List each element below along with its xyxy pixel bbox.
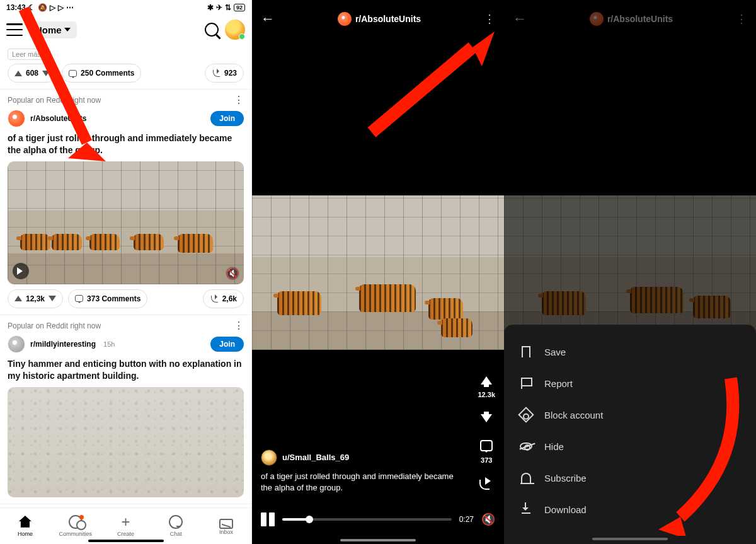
downvote-button[interactable] <box>478 410 495 426</box>
plus-icon: + <box>118 515 132 529</box>
read-more-link[interactable]: Leer más > <box>8 49 51 60</box>
nav-inbox[interactable]: Inbox <box>201 508 251 544</box>
share-button[interactable] <box>478 475 495 492</box>
feed-selector-label: Home <box>35 25 62 35</box>
share-count: 923 <box>224 69 237 78</box>
search-button[interactable] <box>205 23 219 37</box>
bell-icon <box>521 473 531 483</box>
panel-feed: 13:43 ☾ 🔕 ▷ ▷ ⋯ ✱ ✈ ⇅ 92 Home Leer más > <box>0 0 252 544</box>
profile-avatar[interactable] <box>225 20 245 40</box>
video-caption: u/Small_Balls_69 of a tiger just rolled … <box>261 449 460 494</box>
menu-block[interactable]: Block account <box>504 399 756 431</box>
time-remaining: 0:27 <box>459 515 474 524</box>
back-button[interactable]: ← <box>261 11 275 27</box>
inbox-icon <box>219 519 233 529</box>
downvote-icon[interactable] <box>49 296 56 301</box>
subreddit-name[interactable]: r/AbsoluteUnits <box>30 114 86 123</box>
section-label: Popular on Reddit right now ⋮ <box>0 90 251 107</box>
author-link[interactable]: u/Small_Balls_69 <box>261 449 460 466</box>
post-tigers[interactable]: r/AbsoluteUnits Join of a tiger just rol… <box>0 107 251 315</box>
nav-home[interactable]: Home <box>0 508 50 544</box>
overflow-menu-button[interactable]: ⋮ <box>484 18 495 21</box>
media-play-icon: ▷ <box>58 3 64 12</box>
upvote-icon[interactable] <box>14 296 22 301</box>
nav-communities[interactable]: Communities <box>50 508 101 544</box>
subreddit-link[interactable]: r/AbsoluteUnits <box>338 12 421 26</box>
downvote-icon[interactable] <box>42 71 50 76</box>
airplane-icon: ✈ <box>216 3 222 12</box>
seek-bar[interactable] <box>282 518 452 521</box>
share-icon <box>210 295 219 303</box>
menu-label: Hide <box>544 441 564 452</box>
comment-icon <box>69 70 77 77</box>
comment-count: 373 Comments <box>87 294 140 303</box>
nav-chat[interactable]: Chat <box>151 508 201 544</box>
subreddit-icon <box>590 12 604 26</box>
mute-button[interactable]: 🔇 <box>481 512 495 526</box>
comment-count: 250 Comments <box>81 69 134 78</box>
play-icon[interactable] <box>13 263 29 279</box>
nav-label: Inbox <box>219 529 233 535</box>
post-image[interactable] <box>8 387 244 497</box>
section-label-text: Popular on Reddit right now <box>8 321 101 330</box>
dnd-icon: ☾ <box>28 3 35 12</box>
join-button[interactable]: Join <box>210 111 244 126</box>
subreddit-icon[interactable] <box>8 335 25 353</box>
menu-save[interactable]: Save <box>504 336 756 367</box>
menu-report[interactable]: Report <box>504 367 756 399</box>
upvote-count: 12,3k <box>26 294 45 303</box>
pause-button[interactable] <box>261 512 275 526</box>
feed-selector[interactable]: Home <box>29 21 77 38</box>
flag-icon <box>521 378 531 389</box>
subreddit-name: r/AbsoluteUnits <box>607 14 673 24</box>
overflow-menu-button[interactable]: ⋮ <box>736 18 747 21</box>
video-player[interactable] <box>252 195 504 350</box>
status-time: 13:43 <box>6 3 26 12</box>
upvote-button[interactable]: 12.3k <box>478 372 495 398</box>
vote-pill[interactable]: 12,3k <box>8 289 63 308</box>
section-overflow[interactable]: ⋮ <box>234 325 244 327</box>
back-button[interactable]: ← <box>513 11 527 27</box>
subreddit-link: r/AbsoluteUnits <box>590 12 673 26</box>
post-hammer[interactable]: r/mildlyinteresting 15h Join Tiny hammer… <box>0 333 251 504</box>
menu-label: Block account <box>544 410 603 420</box>
upvote-icon[interactable] <box>14 71 22 76</box>
nav-label: Home <box>18 531 33 537</box>
muted-icon[interactable]: 🔇 <box>226 267 239 279</box>
fullscreen-topbar: ← r/AbsoluteUnits ⋮ <box>252 0 504 38</box>
upvote-count: 608 <box>26 69 38 78</box>
gesture-bar <box>340 539 416 541</box>
vote-pill[interactable]: 608 <box>8 64 57 83</box>
comments-pill[interactable]: 250 Comments <box>62 64 141 83</box>
comment-icon <box>75 295 83 302</box>
notification-dot <box>79 515 84 519</box>
bottom-nav: Home Communities + Create Chat Inbox <box>0 507 251 544</box>
section-overflow[interactable]: ⋮ <box>234 99 244 101</box>
author-avatar <box>261 449 277 466</box>
upvote-count: 12.3k <box>478 391 495 398</box>
menu-subscribe[interactable]: Subscribe <box>504 462 756 494</box>
menu-label: Save <box>544 347 566 357</box>
video-controls: 0:27 🔇 <box>261 512 495 526</box>
join-button[interactable]: Join <box>210 337 244 352</box>
panel-overflow-menu: ← r/AbsoluteUnits ⋮ Save Report Block ac… <box>504 0 756 544</box>
menu-download[interactable]: Download <box>504 494 756 525</box>
section-label: Popular on Reddit right now ⋮ <box>0 315 251 333</box>
chat-icon <box>169 515 183 529</box>
menu-button[interactable] <box>6 23 23 36</box>
battery-level: 92 <box>234 4 245 11</box>
bluetooth-icon: ✱ <box>207 3 214 12</box>
menu-hide[interactable]: Hide <box>504 431 756 462</box>
post-video-thumbnail[interactable]: 🔇 <box>8 161 244 284</box>
wifi-icon: ⇅ <box>225 3 231 12</box>
upvote-icon <box>481 376 492 385</box>
comments-button[interactable]: 373 <box>478 437 495 464</box>
menu-label: Subscribe <box>544 473 587 483</box>
nav-create[interactable]: + Create <box>101 508 151 544</box>
mute-icon: 🔕 <box>38 3 47 12</box>
subreddit-icon[interactable] <box>8 110 25 127</box>
subreddit-name[interactable]: r/mildlyinteresting <box>30 340 96 349</box>
comments-pill[interactable]: 373 Comments <box>68 289 147 308</box>
share-pill[interactable]: 2,6k <box>203 289 244 308</box>
share-pill[interactable]: 923 <box>205 64 244 83</box>
